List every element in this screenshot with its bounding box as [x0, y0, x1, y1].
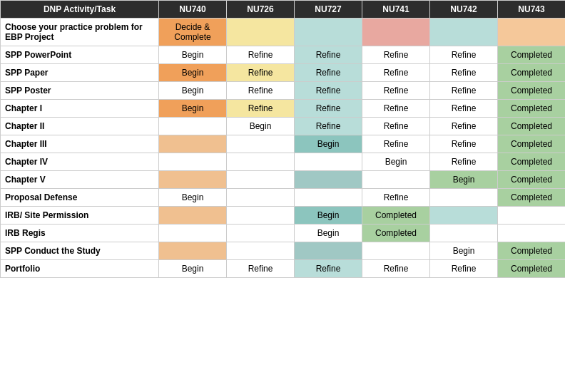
cell-r3-c4: Refine — [430, 82, 498, 100]
cell-r12-c5: Completed — [498, 242, 566, 260]
cell-r11-c1 — [227, 225, 295, 242]
cell-r8-c5: Completed — [498, 171, 566, 189]
header-nu726: NU726 — [227, 1, 295, 19]
cell-r0-c4 — [430, 19, 498, 46]
cell-r8-c4: Begin — [430, 171, 498, 189]
cell-r1-c2: Refine — [295, 46, 362, 64]
cell-r2-c1: Refine — [227, 64, 295, 82]
cell-r7-c2 — [295, 153, 362, 171]
cell-r6-c1 — [227, 135, 295, 153]
cell-r13-c3: Refine — [362, 260, 430, 278]
cell-r1-c1: Refine — [227, 46, 295, 64]
table-row: Chapter IBeginRefineRefineRefineRefineCo… — [1, 100, 566, 118]
cell-r9-c3: Refine — [362, 189, 430, 207]
cell-r6-c3: Refine — [362, 135, 430, 153]
cell-r3-c2: Refine — [295, 82, 362, 100]
cell-r10-c5 — [498, 207, 566, 225]
cell-r11-c0 — [159, 225, 227, 242]
table-row: Chapter IIIBeginRefineRefineCompleted — [1, 135, 566, 153]
task-name-cell: Choose your practice problem for EBP Pro… — [1, 19, 159, 46]
cell-r9-c4 — [430, 189, 498, 207]
task-name-cell: IRB Regis — [1, 225, 159, 242]
table-row: PortfolioBeginRefineRefineRefineRefineCo… — [1, 260, 566, 278]
cell-r1-c5: Completed — [498, 46, 566, 64]
cell-r7-c1 — [227, 153, 295, 171]
header-nu743: NU743 — [498, 1, 566, 19]
header-nu727: NU727 — [295, 1, 362, 19]
task-name-cell: SPP PowerPoint — [1, 46, 159, 64]
cell-r11-c5 — [498, 225, 566, 242]
task-name-cell: Chapter II — [1, 118, 159, 135]
header-nu741: NU741 — [362, 1, 430, 19]
cell-r1-c3: Refine — [362, 46, 430, 64]
cell-r8-c2 — [295, 171, 362, 189]
cell-r3-c5: Completed — [498, 82, 566, 100]
cell-r2-c0: Begin — [159, 64, 227, 82]
task-name-cell: Portfolio — [1, 260, 159, 278]
table-row: Chapter IIBeginRefineRefineRefineComplet… — [1, 118, 566, 135]
dnp-table: DNP Activity/Task NU740 NU726 NU727 NU74… — [0, 0, 565, 278]
cell-r13-c5: Completed — [498, 260, 566, 278]
cell-r4-c5: Completed — [498, 100, 566, 118]
cell-r12-c0 — [159, 242, 227, 260]
cell-r3-c3: Refine — [362, 82, 430, 100]
cell-r3-c0: Begin — [159, 82, 227, 100]
cell-r9-c0: Begin — [159, 189, 227, 207]
table-row: SPP Conduct the StudyBeginCompleted — [1, 242, 566, 260]
cell-r5-c3: Refine — [362, 118, 430, 135]
cell-r8-c0 — [159, 171, 227, 189]
cell-r2-c2: Refine — [295, 64, 362, 82]
header-nu740: NU740 — [159, 1, 227, 19]
cell-r9-c1 — [227, 189, 295, 207]
task-name-cell: Chapter I — [1, 100, 159, 118]
task-name-cell: Chapter V — [1, 171, 159, 189]
table-row: Choose your practice problem for EBP Pro… — [1, 19, 566, 46]
cell-r11-c2: Begin — [295, 225, 362, 242]
cell-r12-c2 — [295, 242, 362, 260]
cell-r11-c4 — [430, 225, 498, 242]
cell-r4-c4: Refine — [430, 100, 498, 118]
cell-r7-c4: Refine — [430, 153, 498, 171]
table-row: Proposal DefenseBeginRefineCompleted — [1, 189, 566, 207]
cell-r5-c0 — [159, 118, 227, 135]
cell-r4-c2: Refine — [295, 100, 362, 118]
cell-r6-c5: Completed — [498, 135, 566, 153]
cell-r0-c1 — [227, 19, 295, 46]
cell-r7-c5: Completed — [498, 153, 566, 171]
task-name-cell: IRB/ Site Permission — [1, 207, 159, 225]
cell-r10-c1 — [227, 207, 295, 225]
header-nu742: NU742 — [430, 1, 498, 19]
cell-r5-c4: Refine — [430, 118, 498, 135]
cell-r8-c1 — [227, 171, 295, 189]
cell-r1-c0: Begin — [159, 46, 227, 64]
cell-r4-c3: Refine — [362, 100, 430, 118]
cell-r5-c1: Begin — [227, 118, 295, 135]
cell-r5-c5: Completed — [498, 118, 566, 135]
cell-r12-c3 — [362, 242, 430, 260]
cell-r9-c2 — [295, 189, 362, 207]
table-row: Chapter IVBeginRefineCompleted — [1, 153, 566, 171]
cell-r0-c3 — [362, 19, 430, 46]
table-row: IRB RegisBeginCompleted — [1, 225, 566, 242]
cell-r1-c4: Refine — [430, 46, 498, 64]
cell-r12-c1 — [227, 242, 295, 260]
cell-r13-c4: Refine — [430, 260, 498, 278]
task-name-cell: Chapter IV — [1, 153, 159, 171]
cell-r4-c1: Refine — [227, 100, 295, 118]
cell-r8-c3 — [362, 171, 430, 189]
cell-r5-c2: Refine — [295, 118, 362, 135]
cell-r4-c0: Begin — [159, 100, 227, 118]
cell-r10-c3: Completed — [362, 207, 430, 225]
table-row: SPP PosterBeginRefineRefineRefineRefineC… — [1, 82, 566, 100]
cell-r10-c2: Begin — [295, 207, 362, 225]
cell-r7-c3: Begin — [362, 153, 430, 171]
table-row: SPP PowerPointBeginRefineRefineRefineRef… — [1, 46, 566, 64]
task-name-cell: Chapter III — [1, 135, 159, 153]
main-table-container: DNP Activity/Task NU740 NU726 NU727 NU74… — [0, 0, 565, 278]
header-task: DNP Activity/Task — [1, 1, 159, 19]
task-name-cell: SPP Poster — [1, 82, 159, 100]
cell-r0-c5 — [498, 19, 566, 46]
table-row: IRB/ Site PermissionBeginCompleted — [1, 207, 566, 225]
cell-r6-c2: Begin — [295, 135, 362, 153]
cell-r2-c5: Completed — [498, 64, 566, 82]
